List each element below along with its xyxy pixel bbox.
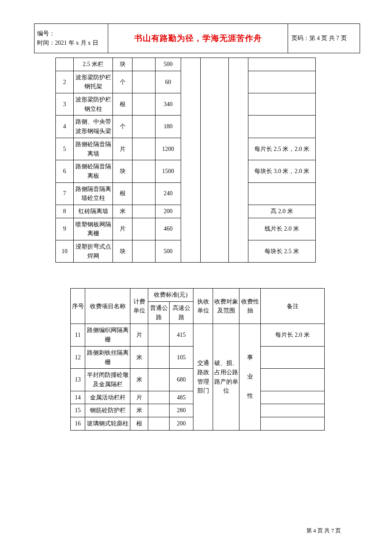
cell-std1 bbox=[133, 240, 156, 263]
cell-idx: 12 bbox=[71, 346, 85, 368]
cell-std2: 500 bbox=[156, 58, 181, 71]
cell-name: 玻璃钢式轮廓柱 bbox=[85, 417, 130, 430]
col-unit: 计费单位 bbox=[130, 289, 148, 324]
cell-unit: 片 bbox=[130, 324, 148, 346]
col-idx: 序号 bbox=[71, 289, 85, 324]
cell-std2: 1500 bbox=[156, 160, 181, 182]
col-nat: 收费性抽 bbox=[239, 289, 261, 324]
cell-idx: 6 bbox=[56, 160, 74, 182]
cell-std2: 180 bbox=[156, 116, 181, 138]
cell-std2: 105 bbox=[170, 346, 193, 368]
col-std1: 普通公路 bbox=[148, 302, 170, 324]
cell-std2: 415 bbox=[170, 324, 193, 346]
cell-std1 bbox=[133, 93, 156, 116]
cell-std1 bbox=[133, 182, 156, 205]
nat-line: 性 bbox=[240, 387, 259, 406]
cell-note: 每片长 2.0 米 bbox=[261, 324, 325, 346]
date-label: 时间：2021 年 x 月 x 日 bbox=[37, 38, 105, 48]
cell-idx: 9 bbox=[56, 218, 74, 240]
cell-note bbox=[248, 116, 316, 138]
col-std-group: 收费标准(元) bbox=[148, 289, 193, 302]
table-row: 2.5 米栏 块 500 bbox=[56, 58, 316, 71]
cell-nat-merged bbox=[229, 58, 248, 263]
col-std2: 高速公路 bbox=[170, 302, 193, 324]
cell-idx: 15 bbox=[71, 404, 85, 417]
cell-idx: 5 bbox=[56, 138, 74, 160]
header-left-block: 编号： 时间：2021 年 x 月 x 日 bbox=[35, 24, 108, 53]
cell-std2: 280 bbox=[170, 404, 193, 417]
cell-std1 bbox=[133, 116, 156, 138]
cell-unit: 米 bbox=[130, 404, 148, 417]
cell-std1 bbox=[133, 205, 156, 218]
cell-unit: 块 bbox=[113, 160, 133, 182]
cell-std1 bbox=[133, 138, 156, 160]
cell-std2: 60 bbox=[156, 71, 181, 93]
cell-name: 喷塑钢板网隔离栅 bbox=[74, 218, 113, 240]
cell-note bbox=[261, 369, 325, 391]
cell-note bbox=[261, 391, 325, 404]
cell-note bbox=[261, 417, 325, 430]
cell-obj-merged bbox=[201, 58, 229, 263]
cell-name: 路侧刺铁丝隔离栅 bbox=[85, 346, 130, 368]
cell-unit: 米 bbox=[130, 369, 148, 391]
cell-std1 bbox=[148, 346, 170, 368]
cell-std2: 460 bbox=[156, 218, 181, 240]
page-footer: 第 4 页 共 7 页 bbox=[306, 527, 341, 535]
cell-idx: 11 bbox=[71, 324, 85, 346]
cell-std2: 240 bbox=[156, 182, 181, 205]
col-dept: 执收单位 bbox=[193, 289, 213, 324]
cell-note bbox=[248, 93, 316, 116]
cell-unit: 米 bbox=[130, 346, 148, 368]
cell-std1 bbox=[148, 417, 170, 430]
page-header: 编号： 时间：2021 年 x 月 x 日 书山有路勤为径，学海无涯苦作舟 页码… bbox=[34, 23, 360, 53]
cell-idx: 14 bbox=[71, 391, 85, 404]
cell-unit: 片 bbox=[130, 391, 148, 404]
cell-idx: 2 bbox=[56, 71, 74, 93]
cell-std2: 680 bbox=[170, 369, 193, 391]
cell-note: 线片长 2.0 米 bbox=[248, 218, 316, 240]
numbering-label: 编号： bbox=[37, 29, 105, 38]
cell-note: 每片长 2.5 米，2.0 米 bbox=[248, 138, 316, 160]
cell-name: 波形梁防护栏钢托架 bbox=[74, 71, 113, 93]
cell-std1 bbox=[133, 218, 156, 240]
cell-std1 bbox=[133, 71, 156, 93]
cell-idx: 8 bbox=[56, 205, 74, 218]
cell-note: 每块长 2.5 米 bbox=[248, 240, 316, 263]
cell-name: 钢筋砼防护栏 bbox=[85, 404, 130, 417]
cell-name: 路侧砼隔音隔离墙 bbox=[74, 138, 113, 160]
cell-obj-merged: 破、损、占用公路路产的单位 bbox=[213, 324, 239, 430]
cell-note bbox=[248, 58, 316, 71]
cell-idx bbox=[56, 58, 74, 71]
col-name: 收费项目名称 bbox=[85, 289, 130, 324]
cell-unit: 块 bbox=[113, 58, 133, 71]
cell-std2: 1200 bbox=[156, 138, 181, 160]
cell-nat-merged: 事 业 性 bbox=[239, 324, 261, 430]
cell-unit: 根 bbox=[113, 182, 133, 205]
cell-std1 bbox=[133, 160, 156, 182]
fee-table-main: 序号 收费项目名称 计费单位 收费标准(元) 执收单位 收费对象及范围 收费性抽… bbox=[70, 288, 325, 430]
cell-name: 路侧、中央带波形钢端头梁 bbox=[74, 116, 113, 138]
nat-line: 业 bbox=[240, 367, 259, 387]
cell-note bbox=[248, 182, 316, 205]
cell-unit: 片 bbox=[113, 138, 133, 160]
cell-unit: 个 bbox=[113, 71, 133, 93]
cell-name: 半封闭防撞砼墩及金属隔栏 bbox=[85, 369, 130, 391]
cell-idx: 13 bbox=[71, 369, 85, 391]
fee-table-continued: 2.5 米栏 块 500 2 波形梁防护栏钢托架 个 60 3 波形梁防护栏钢立… bbox=[55, 58, 316, 263]
cell-idx: 10 bbox=[56, 240, 74, 263]
header-page-label: 页码：第 4 页 共 7 页 bbox=[288, 24, 360, 53]
cell-idx: 3 bbox=[56, 93, 74, 116]
cell-name: 浸塑折弯式点焊网 bbox=[74, 240, 113, 263]
cell-std2: 340 bbox=[156, 93, 181, 116]
cell-std2: 500 bbox=[156, 240, 181, 263]
cell-name: 金属活动栏杆 bbox=[85, 391, 130, 404]
cell-idx: 16 bbox=[71, 417, 85, 430]
cell-name: 路侧砼隔音隔离板 bbox=[74, 160, 113, 182]
col-obj: 收费对象及范围 bbox=[213, 289, 239, 324]
cell-name: 红砖隔离墙 bbox=[74, 205, 113, 218]
cell-std2: 200 bbox=[170, 417, 193, 430]
cell-unit: 个 bbox=[113, 116, 133, 138]
cell-name: 路侧隔音隔离墙砼立柱 bbox=[74, 182, 113, 205]
table-header-row: 序号 收费项目名称 计费单位 收费标准(元) 执收单位 收费对象及范围 收费性抽… bbox=[71, 289, 325, 302]
cell-std1 bbox=[148, 369, 170, 391]
